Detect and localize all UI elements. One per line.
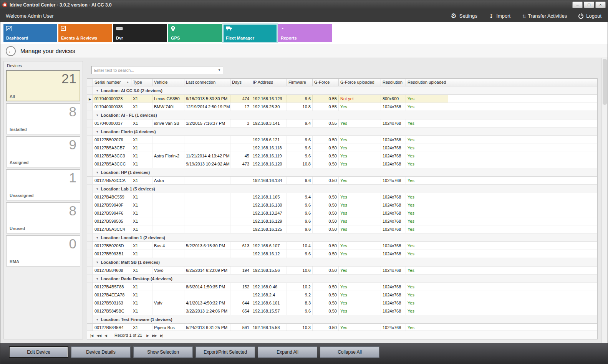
device-details-button[interactable]: Device Details	[71, 346, 131, 358]
edit-device-button[interactable]: Edit Device	[9, 346, 68, 358]
column-header-label: G-Force	[314, 80, 330, 86]
pager-next-button[interactable]: ▶	[146, 334, 149, 338]
tab-gps[interactable]: GPS	[168, 24, 222, 42]
table-row[interactable]: 00127B5A3CCAX1Astra192.168.16.1349.60.50…	[87, 177, 597, 185]
table-row[interactable]: 00127B5A3CCCX19/19/2013 10:24:02 AM47319…	[87, 160, 597, 168]
tab-label: Events & Reviews	[61, 36, 97, 40]
collapse-all-button[interactable]: Collapse All	[320, 346, 379, 358]
column-header-vehicle[interactable]: Vehicle	[152, 79, 184, 86]
column-header-ip-address[interactable]: IP Address	[251, 79, 287, 86]
scrollbar-thumb[interactable]	[603, 59, 607, 105]
collapse-arrow-icon[interactable]: ▾	[96, 187, 98, 191]
group-row[interactable]: ▾Location: Matt SB (1 devices)	[87, 258, 597, 266]
export-print-selected-button[interactable]: Export/Print Selected	[195, 346, 255, 358]
collapse-arrow-icon[interactable]: ▾	[96, 260, 98, 264]
device-filter-installed[interactable]: 8Installed	[6, 103, 80, 134]
group-row[interactable]: ▾Location: Radu Desktop (4 devices)	[87, 275, 597, 283]
collapse-arrow-icon[interactable]: ▾	[96, 236, 98, 240]
maximize-button[interactable]: □	[584, 2, 594, 8]
tab-dvr[interactable]: Dvr	[113, 24, 167, 42]
close-button[interactable]: ×	[595, 2, 606, 8]
collapse-arrow-icon[interactable]: ▾	[96, 89, 98, 93]
table-row[interactable]: 00127B5A3CB7X1192.168.16.1189.60.50Yes10…	[87, 144, 597, 152]
column-header-days[interactable]: Days	[230, 79, 251, 86]
pager-next-page-button[interactable]: ▶▶	[152, 334, 157, 338]
cell-resolution: 1024x768	[381, 152, 406, 160]
minimize-button[interactable]: –	[572, 2, 583, 8]
table-row[interactable]: ▶017040000023X1Lexus GS3509/18/2013 5:30…	[87, 95, 597, 103]
group-row[interactable]: ▾Location: Florin (4 devices)	[87, 127, 597, 136]
collapse-arrow-icon[interactable]: ▾	[96, 113, 98, 117]
table-row[interactable]: 00127B502076X1192.168.6.1219.60.50Yes102…	[87, 136, 597, 144]
group-row[interactable]: ▾Location: HP (1 devices)	[87, 168, 597, 177]
cell-type: X1	[131, 324, 152, 331]
pager-first-button[interactable]: |◀	[90, 334, 93, 338]
table-row[interactable]: 00127B5845B4X1Pipera Bus5/24/2013 6:31:2…	[87, 324, 597, 331]
table-row[interactable]: 00127B5A3CC3X1Astra Florin-211/21/2014 4…	[87, 152, 597, 160]
group-row[interactable]: ▾Location: Lab 1 (5 devices)	[87, 185, 597, 193]
column-header-g-force-uploaded[interactable]: G-Force uploaded	[339, 79, 381, 86]
search-input[interactable]	[92, 68, 216, 73]
pager-last-button[interactable]: ▶|	[160, 334, 163, 338]
table-row[interactable]: 00127B50205DX1Bus 45/2/2013 6:15:30 PM61…	[87, 242, 597, 250]
table-row[interactable]: 00127B5845BCX13/22/2013 1:24:06 PM654192…	[87, 307, 597, 315]
group-row[interactable]: ▾Location: Location 1 (2 devices)	[87, 233, 597, 242]
topbar-action-settings[interactable]: ⚙Settings	[451, 13, 477, 19]
topbar-action-transfer-activities[interactable]: ↑↓Transfer Activities	[522, 13, 567, 19]
table-row[interactable]: 00127B4B5F88X18/6/2014 1:50:35 PM152192.…	[87, 283, 597, 291]
topbar-action-logout[interactable]: Logout	[578, 13, 601, 19]
cell-gforce_uploaded: Yes	[339, 144, 381, 152]
column-header-type[interactable]: Type	[131, 79, 152, 86]
table-row[interactable]: 017040000038X1BMW 740i12/19/2014 2:50:19…	[87, 103, 597, 111]
table-row[interactable]: 017040000037X1idrive Van SB1/2/2015 7:16…	[87, 119, 597, 127]
device-filter-assigned[interactable]: 9Assigned	[6, 136, 80, 167]
table-row[interactable]: 00127B5A3CC4X1192.168.16.1259.60.50Yes10…	[87, 225, 597, 233]
pager-prev-page-button[interactable]: ◀◀	[96, 334, 101, 338]
table-row[interactable]: 00127B4EEA78X1192.168.2.49.20.50Yes1024x…	[87, 291, 597, 299]
table-row[interactable]: 00127B599505X1192.168.16.1299.60.50Yes10…	[87, 217, 597, 225]
table-row[interactable]: 00127B5993B1X1192.168.16.129.60.50Yes102…	[87, 250, 597, 258]
column-header-firmware[interactable]: Firmware	[287, 79, 313, 86]
back-button[interactable]: ←	[6, 46, 16, 56]
tab-events-reviews[interactable]: Events & Reviews	[58, 24, 112, 42]
cell-resolution: 1024x768	[381, 299, 406, 307]
pager-prev-button[interactable]: ◀	[104, 334, 107, 338]
collapse-arrow-icon[interactable]: ▾	[96, 277, 98, 281]
table-row[interactable]: 00127B503163X1Vufy4/1/2013 4:50:32 PM644…	[87, 299, 597, 307]
vertical-scrollbar[interactable]	[601, 58, 608, 343]
column-header-serial-number[interactable]: Serial number▲	[93, 79, 131, 86]
column-header-last-connection[interactable]: Last connection	[184, 79, 230, 86]
collapse-arrow-icon[interactable]: ▾	[96, 170, 98, 174]
cell-serial: 00127B4EEA78	[93, 291, 131, 299]
device-filter-rma[interactable]: 0RMA	[6, 235, 80, 266]
group-row[interactable]: ▾Location: AI - FL (1 devices)	[87, 111, 597, 119]
topbar-action-import[interactable]: ↧Import	[489, 13, 510, 19]
table-row[interactable]: 00127B4BC559X1192.168.1.1659.40.50Yes102…	[87, 193, 597, 201]
collapse-arrow-icon[interactable]: ▾	[96, 318, 98, 321]
device-filter-unassigned[interactable]: 1Unassigned	[6, 169, 80, 200]
search-dropdown-arrow-icon[interactable]: ▼	[216, 68, 223, 72]
group-header: ▾Location: Test Firmware (1 devices)	[93, 315, 172, 323]
column-header-resolution-uploaded[interactable]: Resolution uploaded	[406, 79, 448, 86]
cell-resolution_uploaded: Yes	[406, 177, 448, 184]
table-row[interactable]: 00127B584608X1Vovo6/25/2014 6:23:09 PM19…	[87, 266, 597, 275]
device-filter-all[interactable]: 21All	[6, 70, 80, 101]
collapse-arrow-icon[interactable]: ▾	[96, 130, 98, 134]
group-row[interactable]: ▾Location: Test Firmware (1 devices)	[87, 315, 597, 324]
column-header-resolution[interactable]: Resolution	[381, 79, 406, 86]
column-header-g-force[interactable]: G-Force	[313, 79, 339, 86]
cell-gforce_uploaded: Yes	[339, 217, 381, 225]
tab-fleet-manager[interactable]: Fleet Manager	[223, 24, 277, 42]
cell-serial: 00127B584608	[93, 266, 131, 274]
table-row[interactable]: 00127B5994F6X1192.168.13.2479.60.50Yes10…	[87, 209, 597, 217]
table-row[interactable]: 00127B59940FX1192.168.16.1309.60.50Yes10…	[87, 201, 597, 209]
expand-all-button[interactable]: Expand All	[258, 346, 317, 358]
group-row[interactable]: ▾Location: AI CC 3.0 (2 devices)	[87, 86, 597, 95]
row-indicator-cell	[87, 127, 93, 136]
show-selection-button[interactable]: Show Selection	[133, 346, 193, 358]
tab-reports[interactable]: ◔Reports	[278, 24, 332, 42]
tab-dashboard[interactable]: Dashboard	[3, 24, 57, 42]
cell-last_connection	[184, 209, 230, 217]
device-filter-unused[interactable]: 8Unused	[6, 202, 80, 233]
tab-label: Fleet Manager	[226, 36, 254, 40]
